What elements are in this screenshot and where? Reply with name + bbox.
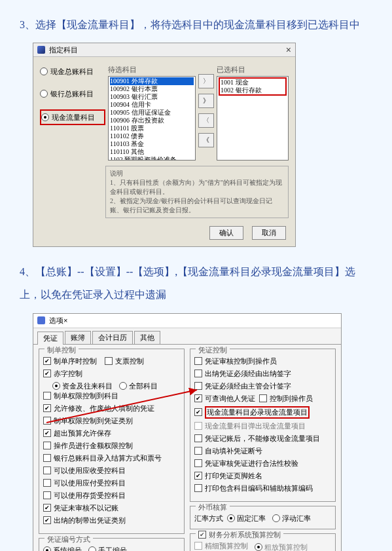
cb-audit-validate[interactable]: 凭证审核凭证进行合法性校验 bbox=[194, 459, 331, 468]
list-item[interactable]: 110103 基金 bbox=[110, 140, 194, 148]
tab-ledger[interactable]: 账簿 bbox=[65, 331, 91, 344]
move-right-button[interactable]: 〉 bbox=[198, 74, 214, 88]
cb-seq-control[interactable]: 制单序时控制 bbox=[43, 356, 97, 366]
cb-use-ar[interactable]: 可以使用应收受控科目 bbox=[43, 466, 180, 476]
ok-button[interactable]: 确认 bbox=[209, 226, 243, 240]
cb-cashflow-popup[interactable]: 现金流量科目弹出现金流量项目 bbox=[194, 421, 331, 431]
close-icon[interactable]: × bbox=[286, 45, 291, 55]
cb-cashier-sign[interactable]: 出纳凭证必须经由出纳签字 bbox=[194, 369, 331, 379]
tab-calendar[interactable]: 会计日历 bbox=[92, 331, 133, 344]
cb-use-ap[interactable]: 可以使用应付受控科目 bbox=[43, 478, 180, 488]
tab-other[interactable]: 其他 bbox=[134, 331, 160, 344]
group-number-mode: 凭证编号方式 系统编号 手工编号 bbox=[39, 538, 185, 551]
selected-title: 已选科目 bbox=[217, 65, 289, 75]
list-item[interactable]: 1102 预期投资跌价准备 bbox=[110, 156, 194, 161]
titlebar: 选项 × bbox=[33, 314, 341, 328]
dialog-options: 选项 × 凭证 账簿 会计日历 其他 制单控制 bbox=[33, 313, 342, 551]
group-budget: ✔ 财务分析系统预算控制 精细预算控制 粗放预算控制 借方控制 按科目方向控制 bbox=[190, 533, 336, 551]
cb-cashflow-required[interactable]: 现金流量科目必录现金流量项目 bbox=[194, 406, 331, 419]
cb-over-budget[interactable]: 超出预算允许保存 bbox=[43, 428, 180, 438]
list-item[interactable]: 100903 银行汇票 bbox=[110, 93, 194, 101]
help-box: 说明 1、只有科目性质（余额方向）为"借方"的科目可被指定为现金科目或银行科目。… bbox=[105, 166, 289, 218]
app-icon bbox=[37, 316, 45, 324]
cb-check-control[interactable]: 支票控制 bbox=[105, 356, 144, 366]
cb-perm-account[interactable]: 制单权限控制到科目 bbox=[43, 391, 180, 401]
cb-audit-op[interactable]: 凭证审核控制到操作员 bbox=[194, 356, 331, 366]
cb-amount-perm[interactable]: 操作员进行金额权限控制 bbox=[43, 441, 180, 451]
dialog-title: 选项 bbox=[49, 316, 63, 326]
radio-cash[interactable]: 现金总账科目 bbox=[40, 65, 105, 78]
pending-list[interactable]: 100901 外埠存款 100902 银行本票 100903 银行汇票 1009… bbox=[108, 76, 196, 161]
rd-all-accounts[interactable]: 全部科目 bbox=[119, 381, 158, 391]
list-item[interactable]: 110110 其他 bbox=[110, 148, 194, 156]
rd-float-rate[interactable]: 浮动汇率 bbox=[272, 514, 311, 523]
move-left-button[interactable]: 〈 bbox=[198, 113, 214, 128]
cb-allow-modify[interactable]: 允许修改、作废他人填制的凭证 bbox=[43, 404, 180, 413]
list-item[interactable]: 100906 存出投资款 bbox=[110, 117, 194, 124]
group-fx: 外币核算 汇率方式 固定汇率 浮动汇率 bbox=[190, 506, 336, 529]
cancel-button[interactable]: 取消 bbox=[252, 226, 286, 240]
group-voucher-make: 制单控制 制单序时控制 支票控制 赤字控制 资金及往来科目 全部科目 制单权限控… bbox=[39, 349, 185, 534]
cb-chief-sign[interactable]: 凭证必须经由主管会计签字 bbox=[194, 381, 331, 391]
list-item[interactable]: 1002 银行存款 bbox=[221, 86, 285, 94]
rd-fixed-rate[interactable]: 固定汇率 bbox=[227, 514, 266, 523]
rd-manual-number[interactable]: 手工编号 bbox=[88, 546, 127, 551]
cb-bank-settle[interactable]: 银行总账科目录入结算方式和票号 bbox=[43, 453, 180, 463]
cb-perm-type[interactable]: 制单权限控制到凭证类别 bbox=[43, 416, 180, 426]
step3-text: 3、选择【现金流量科目】，将待选科目中的现金流量科目移到已选科目中 bbox=[20, 13, 372, 36]
cb-deficit[interactable]: 赤字控制 bbox=[43, 369, 180, 379]
cb-print-codes[interactable]: 打印包含科目编码和辅助核算编码 bbox=[194, 484, 331, 493]
app-icon bbox=[37, 46, 45, 54]
list-item[interactable]: 100904 信用卡 bbox=[110, 101, 194, 109]
tabs: 凭证 账簿 会计日历 其他 bbox=[33, 328, 341, 345]
rd-auto-number[interactable]: 系统编号 bbox=[43, 546, 82, 551]
tab-voucher[interactable]: 凭证 bbox=[37, 332, 63, 345]
move-left-all-button[interactable]: 《 bbox=[198, 133, 214, 147]
cb-query-op[interactable]: 控制到操作员 bbox=[259, 394, 313, 404]
list-item[interactable]: 110101 股票 bbox=[110, 124, 194, 132]
dialog-title: 指定科目 bbox=[49, 45, 78, 55]
step4-text: 4、【总账】--【设置】--【选项】,【现金流量科目必录现金流量项目】选上，以免… bbox=[20, 260, 372, 306]
dialog-specify-account: 指定科目 × 现金总账科目 银行总账科目 现金流量科目 待选科目 100901 … bbox=[33, 43, 296, 247]
list-item[interactable]: 110102 债券 bbox=[110, 132, 194, 140]
cb-print-footer[interactable]: 打印凭证页脚姓名 bbox=[194, 471, 331, 481]
cb-auto-fill-gap[interactable]: 自动填补凭证断号 bbox=[194, 446, 331, 456]
cb-query-other[interactable]: 可查询他人凭证 bbox=[194, 394, 255, 404]
rd-rough-budget[interactable]: 粗放预算控制 bbox=[255, 542, 308, 551]
radio-cashflow[interactable]: 现金流量科目 bbox=[40, 109, 105, 125]
cb-fine-budget[interactable]: 精细预算控制 bbox=[194, 541, 248, 551]
close-icon[interactable]: × bbox=[63, 316, 67, 324]
rd-fund-accounts[interactable]: 资金及往来科目 bbox=[52, 381, 113, 391]
titlebar: 指定科目 × bbox=[33, 43, 295, 57]
move-right-all-button[interactable]: 》 bbox=[198, 94, 214, 108]
list-item[interactable]: 100905 信用证保证金 bbox=[110, 109, 194, 117]
list-item[interactable]: 1001 现金 bbox=[221, 79, 285, 86]
cb-need-audit[interactable]: 凭证未审核不以记账 bbox=[43, 503, 180, 513]
cb-use-inv[interactable]: 可以使用存货受控科目 bbox=[43, 491, 180, 501]
cb-cashier-type[interactable]: 出纳的制带出凭证类别 bbox=[43, 516, 180, 525]
group-voucher-control: 凭证控制 凭证审核控制到操作员 出纳凭证必须经由出纳签字 凭证必须经由主管会计签… bbox=[190, 349, 336, 502]
list-item[interactable]: 100901 外埠存款 bbox=[110, 77, 194, 85]
list-item[interactable]: 100902 银行本票 bbox=[110, 85, 194, 93]
radio-bank[interactable]: 银行总账科目 bbox=[40, 87, 105, 100]
pending-title: 待选科目 bbox=[108, 65, 196, 75]
cb-no-edit-after[interactable]: 凭证记账后，不能修改现金流量项目 bbox=[194, 434, 331, 444]
selected-list[interactable]: 1001 现金 1002 银行存款 bbox=[217, 76, 289, 161]
